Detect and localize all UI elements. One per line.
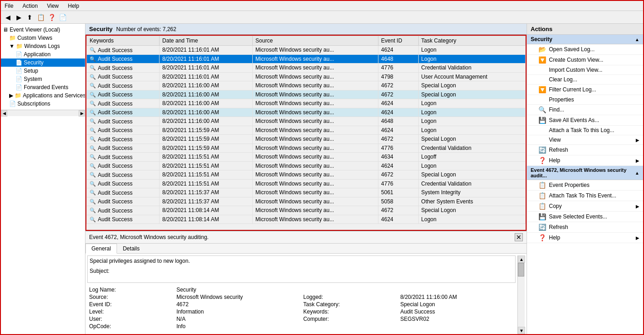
action-create-custom-view[interactable]: 🔽 Create Custom View... [527,55,643,65]
tree-windows-logs[interactable]: ▼ 📁 Windows Logs [1,42,85,50]
action-help[interactable]: ❓ Help ▶ [527,155,643,166]
toolbar-back[interactable]: ◀ [3,12,13,22]
detail-close-btn[interactable]: ✕ [515,233,523,241]
view-arrow-icon: ▶ [636,138,639,143]
tree-event-viewer[interactable]: 🖥 Event Viewer (Local) [1,26,85,34]
action-view[interactable]: View ▶ [527,135,643,145]
create-custom-view-label: Create Custom View... [549,57,603,63]
menu-help[interactable]: Help [66,3,81,9]
event-count: Number of events: 7,262 [116,26,176,32]
tree-forwarded-events[interactable]: 📄 Forwarded Events [1,83,85,91]
table-cell: Microsoft Windows security au... [252,170,378,180]
table-cell: User Account Management [418,72,525,81]
log-name: Security [89,26,112,32]
filter-current-log-label: Filter Current Log... [549,86,596,93]
table-row[interactable]: Audit Success8/20/2021 11:16:00 AMMicros… [87,117,526,126]
detail-scrollbar[interactable]: ▲ ▼ [517,255,525,334]
scroll-right-btn[interactable]: ▶ [79,110,85,117]
help-icon: ❓ [538,157,546,164]
detail-fields: Log Name: Security Source: Microsoft Win… [87,285,516,331]
event-section-label: Event 4672, Microsoft Windows security a… [531,167,635,178]
toolbar-copy[interactable]: 📋 [36,12,46,22]
tree-security[interactable]: 📄 Security [1,58,85,67]
table-row[interactable]: Audit Success8/20/2021 11:08:14 AMMicros… [87,215,526,224]
find-label: Find... [549,106,564,113]
scroll-thumb[interactable] [518,263,524,277]
eventid-value: 4672 [176,301,300,308]
toolbar-up[interactable]: ⬆ [25,12,35,22]
tree-system[interactable]: 📄 System [1,75,85,83]
actions-section-security[interactable]: Security ▲ [527,35,643,44]
tree-root: 🖥 Event Viewer (Local) 📁 Custom Views ▼ … [1,24,85,110]
table-cell: Microsoft Windows security au... [252,54,378,64]
action-attach-task-event[interactable]: 📋 Attach Task To This Event... [527,191,643,201]
action-open-saved-log[interactable]: 📂 Open Saved Log... [527,44,643,55]
event-properties-icon: 📋 [538,181,546,189]
tree-subscriptions[interactable]: 📄 Subscriptions [1,100,85,108]
table-row[interactable]: Audit Success8/20/2021 11:16:01 AMMicros… [87,72,526,81]
menu-view[interactable]: View [45,3,61,9]
toolbar-new[interactable]: 📄 [58,12,68,22]
table-cell: Audit Success [87,126,160,135]
action-refresh[interactable]: 🔄 Refresh [527,145,643,155]
table-row[interactable]: Audit Success8/20/2021 11:15:51 AMMicros… [87,170,526,180]
tab-general[interactable]: General [85,244,117,254]
action-clear-log[interactable]: Clear Log... [527,75,643,85]
action-save-selected-events[interactable]: 💾 Save Selected Events... [527,212,643,222]
table-row[interactable]: Audit Success8/20/2021 11:16:01 AMMicros… [87,64,526,73]
table-row[interactable]: Audit Success8/20/2021 11:15:59 AMMicros… [87,135,526,144]
action-import-custom-view[interactable]: Import Custom View... [527,65,643,75]
table-row[interactable]: Audit Success8/20/2021 11:16:00 AMMicros… [87,90,526,99]
tree-applications-services[interactable]: ▶ 📁 Applications and Services Lo [1,91,85,100]
scroll-left-btn[interactable]: ◀ [1,110,7,117]
custom-views-icon: 📁 [9,35,16,41]
table-cell: Logon [418,108,525,117]
table-row[interactable]: Audit Success8/20/2021 11:16:00 AMMicros… [87,99,526,108]
action-refresh2[interactable]: 🔄 Refresh [527,222,643,233]
toolbar-help[interactable]: ❓ [47,12,57,22]
toolbar-forward[interactable]: ▶ [14,12,24,22]
table-row[interactable]: Audit Success8/20/2021 11:16:00 AMMicros… [87,108,526,117]
table-row[interactable]: Audit Success8/20/2021 11:16:01 AMMicros… [87,46,526,55]
refresh-label: Refresh [549,147,568,153]
table-cell: Audit Success [87,54,160,64]
tree-application[interactable]: 📄 Application [1,50,85,58]
table-row[interactable]: Audit Success8/20/2021 11:15:51 AMMicros… [87,161,526,170]
table-row[interactable]: Audit Success8/20/2021 11:15:59 AMMicros… [87,144,526,153]
menu-action[interactable]: Action [21,3,39,9]
table-row[interactable]: Audit Success8/20/2021 11:16:01 AMMicros… [87,54,526,64]
action-help2[interactable]: ❓ Help ▶ [527,233,643,243]
action-event-properties[interactable]: 📋 Event Properties [527,180,643,191]
table-row[interactable]: Audit Success8/20/2021 11:15:37 AMMicros… [87,188,526,197]
table-cell: 4798 [378,72,418,81]
logged-label: Logged: [303,294,396,300]
left-panel-scrollbar[interactable]: ◀ ▶ [1,110,85,116]
table-row[interactable]: Audit Success8/20/2021 11:15:59 AMMicros… [87,126,526,135]
action-copy[interactable]: 📋 Copy ▶ [527,201,643,212]
tab-details[interactable]: Details [117,244,146,253]
tree-custom-views[interactable]: 📁 Custom Views [1,34,85,42]
action-attach-task[interactable]: Attach a Task To this Log... [527,126,643,135]
keywords-label: Keywords: [303,308,396,315]
events-table-container[interactable]: Keywords Date and Time Source Event ID T… [85,35,527,231]
scroll-down-btn[interactable]: ▼ [518,327,525,334]
tree-setup[interactable]: 📄 Setup [1,67,85,75]
table-row[interactable]: Audit Success8/20/2021 11:16:00 AMMicros… [87,81,526,90]
action-filter-current-log[interactable]: 🔽 Filter Current Log... [527,85,643,95]
actions-section-event[interactable]: Event 4672, Microsoft Windows security a… [527,166,643,180]
help2-icon: ❓ [538,234,546,241]
forwarded-events-icon: 📄 [16,84,22,90]
table-cell: 4624 [378,99,418,108]
table-row[interactable]: Audit Success8/20/2021 11:15:51 AMMicros… [87,153,526,162]
windows-logs-label: Windows Logs [24,43,60,49]
table-row[interactable]: Audit Success8/20/2021 11:08:14 AMMicros… [87,206,526,215]
action-save-all-events[interactable]: 💾 Save All Events As... [527,115,643,126]
menu-file[interactable]: File [3,3,15,9]
action-properties[interactable]: Properties [527,95,643,105]
table-row[interactable]: Audit Success8/20/2021 11:15:37 AMMicros… [87,197,526,206]
action-find[interactable]: 🔍 Find... [527,105,643,115]
table-cell: Special Logon [418,206,525,215]
table-row[interactable]: Audit Success8/20/2021 11:15:51 AMMicros… [87,179,526,188]
scroll-up-btn[interactable]: ▲ [518,255,525,263]
table-cell: Audit Success [87,161,160,170]
